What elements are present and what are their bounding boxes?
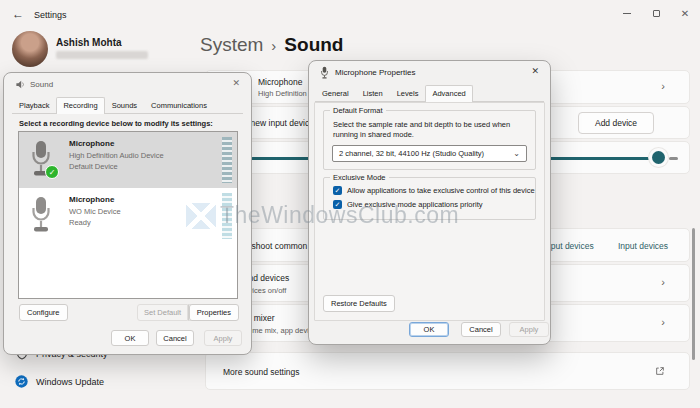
level-meter <box>222 193 232 239</box>
recording-instruction: Select a recording device below to modif… <box>19 119 213 128</box>
sample-rate-dropdown[interactable]: 2 channel, 32 bit, 44100 Hz (Studio Qual… <box>332 145 527 162</box>
more-sound-settings-title: More sound settings <box>223 367 300 377</box>
sound-dialog-tabs: Playback Recording Sounds Communications <box>12 97 243 114</box>
default-format-legend: Default Format <box>330 106 386 115</box>
device-description: WO Mic Device <box>69 207 121 216</box>
breadcrumb-system[interactable]: System <box>200 34 263 56</box>
configure-button[interactable]: Configure <box>19 304 68 321</box>
ok-button[interactable]: OK <box>111 330 149 346</box>
default-format-group: Default Format Select the sample rate an… <box>323 110 536 170</box>
checkbox-checked-icon[interactable]: ✓ <box>333 186 342 195</box>
microphone-icon <box>29 195 53 235</box>
external-link-icon <box>655 366 665 376</box>
checkbox-label: Give exclusive mode applications priorit… <box>347 200 482 209</box>
minimize-icon[interactable] <box>622 8 632 18</box>
sidebar-item-label: Windows Update <box>36 377 104 387</box>
exclusive-control-option[interactable]: ✓ Allow applications to take exclusive c… <box>333 186 535 195</box>
windows-update-icon <box>15 375 28 388</box>
ok-button[interactable]: OK <box>409 322 449 337</box>
close-icon[interactable]: ✕ <box>531 66 539 76</box>
properties-dialog-title: Microphone Properties <box>335 68 415 77</box>
level-meter <box>222 137 232 183</box>
microphone-properties-dialog: Microphone Properties ✕ General Listen L… <box>308 60 551 345</box>
settings-window: ← Settings ✕ Ashish Mohta System › Sound… <box>0 0 700 408</box>
device-row-default-mic[interactable]: ✓ Microphone High Definition Audio Devic… <box>19 132 237 188</box>
device-row-wo-mic[interactable]: Microphone WO Mic Device Ready <box>19 188 237 244</box>
exclusive-priority-option[interactable]: ✓ Give exclusive mode applications prior… <box>333 200 482 209</box>
breadcrumb: System › Sound <box>200 34 343 56</box>
sample-rate-value: 2 channel, 32 bit, 44100 Hz (Studio Qual… <box>339 149 513 158</box>
device-status: Ready <box>69 218 91 227</box>
tab-playback[interactable]: Playback <box>12 97 56 113</box>
device-status: Default Device <box>69 162 118 171</box>
tab-listen[interactable]: Listen <box>356 85 390 101</box>
device-description: High Definition Audio Device <box>69 151 164 160</box>
maximize-icon[interactable] <box>651 8 661 18</box>
close-icon[interactable]: ✕ <box>680 8 690 18</box>
add-device-button[interactable]: Add device <box>578 112 654 134</box>
cancel-button[interactable]: Cancel <box>461 322 501 337</box>
apply-button[interactable]: Apply <box>204 330 242 346</box>
input-devices-link[interactable]: Input devices <box>618 241 668 251</box>
chevron-down-icon: ⌄ <box>513 149 520 158</box>
properties-tabs: General Listen Levels Advanced <box>315 85 544 102</box>
apply-button[interactable]: Apply <box>509 322 549 337</box>
tab-levels[interactable]: Levels <box>390 85 426 101</box>
chevron-right-icon: › <box>661 316 665 328</box>
speaker-icon <box>15 79 26 90</box>
exclusive-mode-group: Exclusive Mode ✓ Allow applications to t… <box>323 177 536 220</box>
exclusive-mode-legend: Exclusive Mode <box>330 173 389 182</box>
back-button[interactable]: ← <box>12 7 24 21</box>
sound-dialog: Sound ✕ Playback Recording Sounds Commun… <box>3 72 252 355</box>
chevron-right-icon: › <box>661 80 665 92</box>
tab-general[interactable]: General <box>315 85 356 101</box>
microphone-row-title: Microphone <box>258 77 302 87</box>
cancel-button[interactable]: Cancel <box>156 330 194 346</box>
avatar[interactable] <box>12 31 48 67</box>
properties-button[interactable]: Properties <box>189 304 239 321</box>
volume-slider-thumb[interactable] <box>652 151 665 164</box>
volume-slider-remainder <box>669 157 678 160</box>
sidebar-item-windows-update[interactable]: Windows Update <box>15 375 104 388</box>
app-title: Settings <box>34 10 67 20</box>
tab-sounds[interactable]: Sounds <box>105 97 144 113</box>
page-title: Sound <box>284 34 343 56</box>
user-email-redacted <box>56 51 148 59</box>
device-name: Microphone <box>69 195 114 204</box>
checkbox-checked-icon[interactable]: ✓ <box>333 200 342 209</box>
sound-dialog-title: Sound <box>30 80 53 89</box>
tab-recording[interactable]: Recording <box>56 97 104 114</box>
scrollbar[interactable] <box>692 228 695 360</box>
user-name: Ashish Mohta <box>56 37 122 48</box>
restore-defaults-button[interactable]: Restore Defaults <box>323 295 395 312</box>
window-controls: ✕ <box>622 6 690 20</box>
default-device-check-icon: ✓ <box>45 165 59 179</box>
breadcrumb-separator: › <box>271 37 276 54</box>
set-default-button[interactable]: Set Default <box>137 304 188 321</box>
close-icon[interactable]: ✕ <box>232 78 240 88</box>
device-name: Microphone <box>69 139 114 148</box>
tab-advanced[interactable]: Advanced <box>425 85 472 102</box>
default-format-description: Select the sample rate and bit depth to … <box>333 120 526 140</box>
chevron-right-icon: › <box>661 276 665 288</box>
more-sound-settings-row[interactable]: More sound settings <box>205 352 690 390</box>
advanced-tab-page: Default Format Select the sample rate an… <box>314 102 545 321</box>
checkbox-label: Allow applications to take exclusive con… <box>347 186 535 195</box>
tab-communications[interactable]: Communications <box>144 97 214 113</box>
microphone-icon <box>320 66 329 79</box>
recording-device-list: ✓ Microphone High Definition Audio Devic… <box>18 131 238 299</box>
